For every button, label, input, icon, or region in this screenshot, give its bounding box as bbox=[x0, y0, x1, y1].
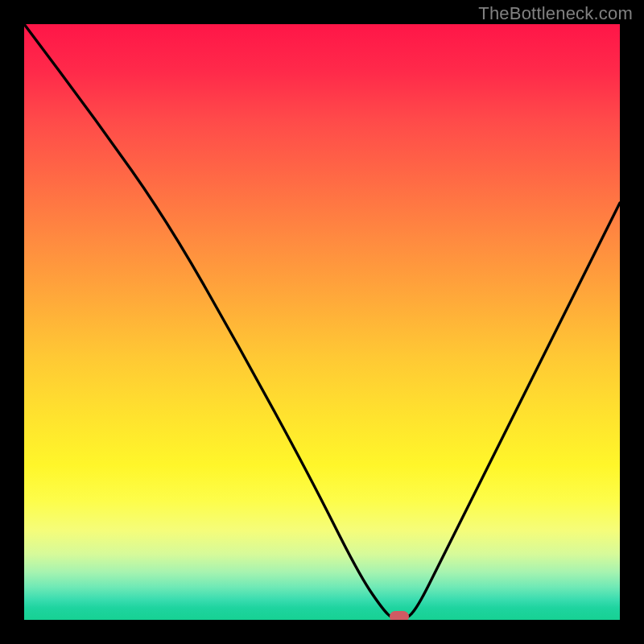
curve-path bbox=[24, 24, 620, 620]
watermark-text: TheBottleneck.com bbox=[478, 3, 633, 24]
chart-stage: TheBottleneck.com bbox=[0, 0, 644, 644]
plot-area bbox=[24, 24, 620, 620]
bottleneck-curve bbox=[24, 24, 620, 620]
min-marker-icon bbox=[390, 611, 409, 620]
